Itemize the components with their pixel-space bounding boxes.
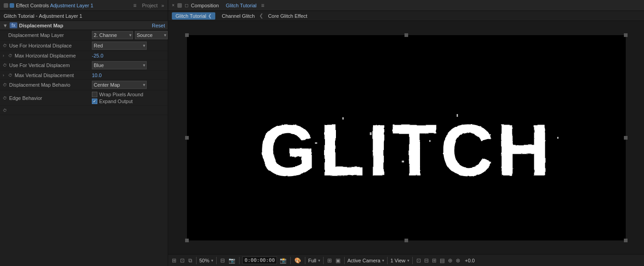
region-of-interest-icon[interactable]: ⊡ — [179, 257, 186, 264]
reset-button[interactable]: Reset — [152, 23, 165, 28]
view-select[interactable]: 1 View — [390, 258, 405, 263]
bottom-bar: ⊞ ⊡ ⧉ 50% ▾ ⊟ 📷 0:00:00:00 📸 🎨 Full ▾ ⊞ … — [168, 254, 644, 266]
prop-row-use-vertical: ⏱ Use For Vertical Displacem Blue ▾ — [0, 60, 168, 71]
viewer-layout-icon[interactable]: ⊡ — [415, 257, 422, 264]
handle-tl[interactable] — [185, 33, 189, 37]
prop-label-area: Displacement Map Layer — [3, 32, 92, 38]
fit-frame-icon[interactable]: ⊞ — [171, 257, 177, 264]
svg-rect-8 — [557, 137, 559, 139]
red-select[interactable]: Red — [92, 42, 147, 50]
expand-output-checkbox[interactable] — [92, 99, 97, 104]
camera-icon[interactable]: 📸 — [279, 257, 287, 264]
stopwatch-extra[interactable]: ⏱ — [3, 108, 8, 113]
expand-icon[interactable]: » — [161, 3, 164, 8]
divider9 — [412, 257, 413, 264]
snapshot-icon[interactable]: 📷 — [228, 257, 236, 264]
stopwatch-max-h[interactable]: ⏱ — [8, 53, 14, 58]
stopwatch-map-behavior[interactable]: ⏱ — [3, 83, 8, 87]
motion-blur-icon[interactable]: ⊕ — [447, 257, 453, 264]
source-select[interactable]: Source — [135, 31, 168, 39]
main-area: ▼ fx Displacement Map Reset Displacement… — [0, 21, 644, 266]
channel-select-wrapper: 2. Channe ▾ — [92, 31, 133, 39]
grid-icon[interactable]: ⊞ — [326, 257, 333, 264]
zoom-level[interactable]: 50% — [199, 258, 209, 263]
crumb-core-glitch[interactable]: Core Glitch Effect — [265, 12, 310, 20]
prop-row-max-horizontal: › ⏱ Max Horizontal Displaceme -25.0 — [0, 51, 168, 60]
svg-rect-9 — [294, 156, 296, 157]
render-icon[interactable]: ▤ — [439, 257, 446, 264]
active-camera-label: Active Camera — [347, 258, 380, 263]
view-arrow[interactable]: ▾ — [407, 258, 410, 263]
stopwatch-horizontal[interactable]: ⏱ — [3, 43, 8, 48]
expand-arrow-max-v[interactable]: › — [3, 73, 7, 78]
divider8 — [387, 257, 388, 264]
max-vertical-value[interactable]: 10.0 — [92, 73, 101, 78]
crumb-glitch-tutorial[interactable]: Glitch Tutorial ❮ — [172, 12, 215, 20]
svg-rect-3 — [315, 142, 317, 144]
prop-label-map-behavior: ⏱ Displacement Map Behavio — [3, 82, 92, 88]
prop-value-max-v: 10.0 — [92, 73, 165, 78]
collapse-arrow[interactable]: ▼ — [3, 23, 8, 28]
comp-inner[interactable]: GLITCH — [187, 35, 626, 240]
stopwatch-max-v[interactable]: ⏱ — [8, 73, 14, 78]
handle-tm[interactable] — [404, 33, 408, 37]
handle-br[interactable] — [624, 239, 628, 242]
zoom-arrow[interactable]: ▾ — [211, 258, 213, 263]
crumb-chevron1: ❮ — [208, 13, 212, 18]
effect-controls-tab: Effect Controls Adjustment Layer 1 ≡ Pro… — [0, 0, 168, 10]
blue-select-wrapper: Blue ▾ — [92, 61, 147, 69]
divider7 — [344, 257, 345, 264]
prop-value-map-behavior: Center Map ▾ — [92, 81, 165, 89]
svg-rect-10 — [342, 117, 344, 120]
ec-menu-icon[interactable]: ≡ — [133, 2, 137, 9]
edge-behavior-label-area: ⏱ Edge Behavior — [3, 92, 92, 104]
pixel-ratio-icon[interactable]: ⊞ — [431, 257, 437, 264]
checkerboard-icon[interactable]: ⧉ — [187, 257, 193, 264]
transparency-icon[interactable]: ⊟ — [423, 257, 430, 264]
comp-close-icon[interactable]: × — [172, 3, 175, 8]
crumb-channel-glitch[interactable]: Channel Glitch — [219, 12, 257, 20]
source-select-wrapper: Source ▾ — [135, 31, 168, 39]
viewer-icon[interactable]: ⊟ — [219, 257, 226, 264]
prop-label-max-v: › ⏱ Max Vertical Displacement — [3, 73, 92, 78]
prop-label-vertical: ⏱ Use For Vertical Displacem — [3, 63, 92, 68]
stopwatch-edge[interactable]: ⏱ — [3, 96, 8, 100]
svg-rect-4 — [370, 132, 372, 135]
quality-arrow[interactable]: ▾ — [318, 258, 320, 263]
handle-bm[interactable] — [404, 239, 408, 242]
breadcrumb-part1: Glitch Tutorial — [4, 13, 34, 19]
time-display[interactable]: 0:00:00:00 — [242, 256, 277, 264]
draft-icon[interactable]: ⊗ — [455, 257, 461, 264]
max-vertical-label: Max Vertical Displacement — [15, 73, 74, 78]
comp-menu-icon[interactable]: ≡ — [261, 2, 264, 9]
expand-output-option: Expand Output — [92, 99, 143, 104]
center-map-select[interactable]: Center Map — [92, 81, 147, 89]
prop-value-horizontal: Red ▾ — [92, 42, 165, 50]
prop-row-extra: ⏱ — [0, 106, 168, 115]
fx-badge: fx — [10, 22, 17, 28]
stopwatch-vertical[interactable]: ⏱ — [3, 63, 8, 68]
handle-tr[interactable] — [624, 33, 628, 37]
center-map-wrapper: Center Map ▾ — [92, 81, 147, 89]
channels-icon[interactable]: ▣ — [335, 257, 341, 264]
blue-select[interactable]: Blue — [92, 61, 147, 69]
max-horizontal-value[interactable]: -25.0 — [92, 53, 103, 58]
divider5 — [305, 257, 305, 264]
project-label: Project — [142, 3, 158, 8]
divider4 — [290, 257, 291, 264]
comp-panel: GLITCH — [168, 21, 644, 266]
ec-tab-text: Effect Controls — [16, 3, 49, 8]
camera-arrow[interactable]: ▾ — [382, 258, 384, 263]
expand-arrow-max-h[interactable]: › — [3, 53, 7, 58]
bottom-right-icons: ⊡ ⊟ ⊞ ▤ ⊕ ⊗ — [415, 257, 461, 264]
expand-output-label: Expand Output — [99, 99, 133, 104]
offset-value[interactable]: +0.0 — [465, 258, 475, 263]
channel-select[interactable]: 2. Channe — [92, 31, 133, 39]
handle-bl[interactable] — [185, 239, 189, 242]
edge-behavior-row: ⏱ Edge Behavior Wrap Pixels Around Expan… — [0, 90, 168, 106]
displacement-map-layer-label: Displacement Map Layer — [8, 32, 64, 38]
svg-rect-6 — [489, 134, 491, 136]
wrap-pixels-checkbox[interactable] — [92, 92, 97, 97]
quality-select[interactable]: Full — [308, 258, 316, 263]
color-icon[interactable]: 🎨 — [293, 257, 302, 264]
